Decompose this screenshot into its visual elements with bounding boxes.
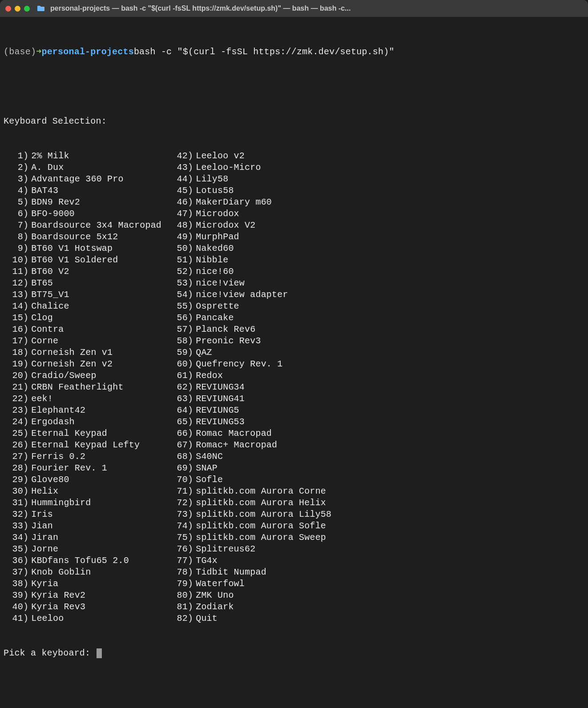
list-item-paren: ) bbox=[23, 463, 28, 474]
list-item[interactable]: 81)Zodiark bbox=[168, 601, 331, 613]
list-item[interactable]: 23)Elephant42 bbox=[4, 405, 168, 416]
list-item[interactable]: 72)splitkb.com Aurora Helix bbox=[168, 497, 331, 509]
list-item[interactable]: 14)Chalice bbox=[4, 301, 168, 312]
list-item[interactable]: 74)splitkb.com Aurora Sofle bbox=[168, 520, 331, 532]
list-item[interactable]: 47)Microdox bbox=[168, 208, 331, 220]
list-item[interactable]: 26)Eternal Keypad Lefty bbox=[4, 439, 168, 451]
list-item[interactable]: 76)Splitreus62 bbox=[168, 543, 331, 555]
list-item[interactable]: 5)BDN9 Rev2 bbox=[4, 197, 168, 208]
list-item[interactable]: 1)2% Milk bbox=[4, 150, 168, 162]
terminal-body[interactable]: (base) ➜ personal-projects bash -c "$(cu… bbox=[0, 17, 588, 674]
list-item[interactable]: 2)A. Dux bbox=[4, 162, 168, 173]
list-item[interactable]: 28)Fourier Rev. 1 bbox=[4, 463, 168, 474]
list-item[interactable]: 32)Iris bbox=[4, 509, 168, 520]
list-item[interactable]: 8)Boardsource 5x12 bbox=[4, 231, 168, 243]
list-item[interactable]: 19)Corneish Zen v2 bbox=[4, 358, 168, 370]
list-item[interactable]: 27)Ferris 0.2 bbox=[4, 451, 168, 463]
list-item[interactable]: 60)Quefrency Rev. 1 bbox=[168, 358, 331, 370]
list-item[interactable]: 67)Romac+ Macropad bbox=[168, 439, 331, 451]
list-item[interactable]: 31)Hummingbird bbox=[4, 497, 168, 509]
list-item[interactable]: 4)BAT43 bbox=[4, 185, 168, 197]
list-item-paren: ) bbox=[188, 486, 193, 497]
minimize-icon[interactable] bbox=[15, 6, 20, 12]
list-item[interactable]: 17)Corne bbox=[4, 335, 168, 347]
list-item[interactable]: 7)Boardsource 3x4 Macropad bbox=[4, 220, 168, 231]
list-item[interactable]: 40)Kyria Rev3 bbox=[4, 601, 168, 613]
maximize-icon[interactable] bbox=[24, 6, 30, 12]
list-item[interactable]: 24)Ergodash bbox=[4, 416, 168, 428]
list-item[interactable]: 82)Quit bbox=[168, 613, 331, 624]
list-item[interactable]: 52)nice!60 bbox=[168, 266, 331, 278]
list-item[interactable]: 53)nice!view bbox=[168, 278, 331, 289]
list-item[interactable]: 36)KBDfans Tofu65 2.0 bbox=[4, 555, 168, 567]
list-item[interactable]: 54)nice!view adapter bbox=[168, 289, 331, 301]
list-item[interactable]: 48)Microdox V2 bbox=[168, 220, 331, 231]
close-icon[interactable] bbox=[5, 6, 11, 12]
list-item[interactable]: 75)splitkb.com Aurora Sweep bbox=[168, 532, 331, 543]
list-item-label: Helix bbox=[28, 486, 58, 497]
list-item[interactable]: 68)S40NC bbox=[168, 451, 331, 463]
list-item[interactable]: 77)TG4x bbox=[168, 555, 331, 567]
list-item[interactable]: 70)Sofle bbox=[168, 474, 331, 486]
list-item[interactable]: 13)BT75_V1 bbox=[4, 289, 168, 301]
list-item[interactable]: 63)REVIUNG41 bbox=[168, 393, 331, 405]
list-item[interactable]: 57)Planck Rev6 bbox=[168, 324, 331, 335]
list-item[interactable]: 21)CRBN Featherlight bbox=[4, 382, 168, 393]
list-item[interactable]: 45)Lotus58 bbox=[168, 185, 331, 197]
list-item[interactable]: 49)MurphPad bbox=[168, 231, 331, 243]
list-item[interactable]: 64)REVIUNG5 bbox=[168, 405, 331, 416]
list-item[interactable]: 10)BT60 V1 Soldered bbox=[4, 254, 168, 266]
list-item-paren: ) bbox=[188, 590, 193, 601]
list-item[interactable]: 15)Clog bbox=[4, 312, 168, 324]
list-item[interactable]: 29)Glove80 bbox=[4, 474, 168, 486]
list-item[interactable]: 30)Helix bbox=[4, 486, 168, 497]
list-item[interactable]: 35)Jorne bbox=[4, 543, 168, 555]
list-item[interactable]: 66)Romac Macropad bbox=[168, 428, 331, 439]
list-item[interactable]: 18)Corneish Zen v1 bbox=[4, 347, 168, 358]
list-item[interactable]: 43)Leeloo-Micro bbox=[168, 162, 331, 173]
list-item[interactable]: 56)Pancake bbox=[168, 312, 331, 324]
list-item-label: Kyria bbox=[28, 578, 58, 590]
list-item[interactable]: 61)Redox bbox=[168, 370, 331, 382]
list-item[interactable]: 42)Leeloo v2 bbox=[168, 150, 331, 162]
list-item[interactable]: 78)Tidbit Numpad bbox=[168, 567, 331, 578]
list-item[interactable]: 33)Jian bbox=[4, 520, 168, 532]
cursor-icon[interactable] bbox=[97, 648, 102, 658]
list-item-number: 59 bbox=[168, 347, 188, 358]
list-item[interactable]: 65)REVIUNG53 bbox=[168, 416, 331, 428]
list-item-label: Lotus58 bbox=[193, 185, 234, 197]
list-item[interactable]: 41)Leeloo bbox=[4, 613, 168, 624]
list-item-number: 51 bbox=[168, 254, 188, 266]
list-item[interactable]: 22)eek! bbox=[4, 393, 168, 405]
list-item[interactable]: 69)SNAP bbox=[168, 463, 331, 474]
list-item[interactable]: 50)Naked60 bbox=[168, 243, 331, 254]
list-item[interactable]: 58)Preonic Rev3 bbox=[168, 335, 331, 347]
list-item[interactable]: 62)REVIUNG34 bbox=[168, 382, 331, 393]
list-item[interactable]: 11)BT60 V2 bbox=[4, 266, 168, 278]
list-item[interactable]: 39)Kyria Rev2 bbox=[4, 590, 168, 601]
list-item[interactable]: 25)Eternal Keypad bbox=[4, 428, 168, 439]
list-item[interactable]: 9)BT60 V1 Hotswap bbox=[4, 243, 168, 254]
list-item-paren: ) bbox=[188, 439, 193, 451]
list-item[interactable]: 55)Osprette bbox=[168, 301, 331, 312]
list-item[interactable]: 20)Cradio/Sweep bbox=[4, 370, 168, 382]
list-item[interactable]: 12)BT65 bbox=[4, 278, 168, 289]
list-item-label: nice!view adapter bbox=[193, 289, 288, 301]
list-item[interactable]: 51)Nibble bbox=[168, 254, 331, 266]
list-item[interactable]: 6)BFO-9000 bbox=[4, 208, 168, 220]
list-item[interactable]: 73)splitkb.com Aurora Lily58 bbox=[168, 509, 331, 520]
list-item[interactable]: 46)MakerDiary m60 bbox=[168, 197, 331, 208]
list-item-paren: ) bbox=[23, 173, 28, 185]
list-item[interactable]: 34)Jiran bbox=[4, 532, 168, 543]
list-item[interactable]: 38)Kyria bbox=[4, 578, 168, 590]
list-item[interactable]: 3)Advantage 360 Pro bbox=[4, 173, 168, 185]
window-title: personal-projects — bash -c "$(curl -fsS… bbox=[50, 4, 583, 12]
list-item[interactable]: 59)QAZ bbox=[168, 347, 331, 358]
list-item[interactable]: 79)Waterfowl bbox=[168, 578, 331, 590]
list-item[interactable]: 37)Knob Goblin bbox=[4, 567, 168, 578]
list-item[interactable]: 16)Contra bbox=[4, 324, 168, 335]
list-item-paren: ) bbox=[23, 497, 28, 509]
list-item[interactable]: 80)ZMK Uno bbox=[168, 590, 331, 601]
list-item[interactable]: 71)splitkb.com Aurora Corne bbox=[168, 486, 331, 497]
list-item[interactable]: 44)Lily58 bbox=[168, 173, 331, 185]
